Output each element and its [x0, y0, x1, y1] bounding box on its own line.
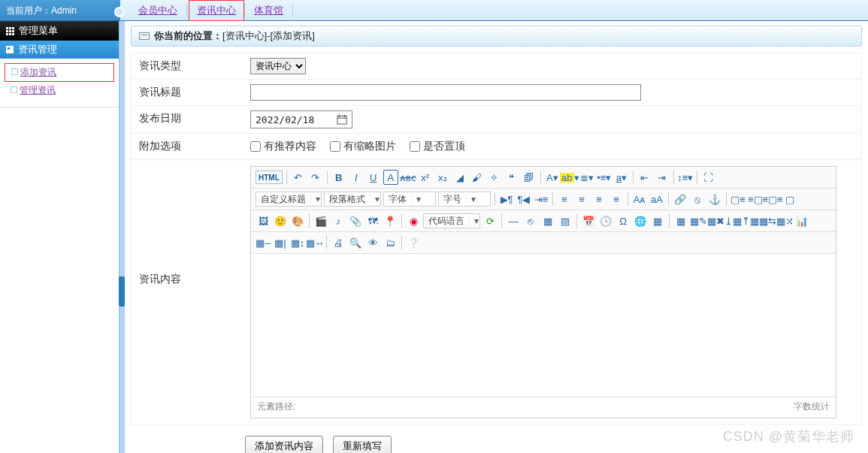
mergecells-icon[interactable]: ▦⇆ [760, 213, 775, 228]
image-center-icon[interactable]: ≡▢≡ [765, 192, 780, 207]
forecolor-icon[interactable]: A▾ [545, 170, 560, 185]
indent-icon[interactable]: ⇥≡ [534, 192, 549, 207]
deleterow-icon[interactable]: ▦– [256, 235, 271, 250]
select-info-type[interactable]: 资讯中心 [250, 58, 306, 74]
strikethrough-icon[interactable]: ᴀвᴄ [401, 170, 416, 185]
tolowercase-icon[interactable]: aA [649, 192, 664, 207]
redo-icon[interactable]: ↷ [308, 170, 323, 185]
eraser-icon[interactable]: ◢ [452, 170, 467, 185]
code-icon[interactable]: ⟳ [482, 213, 498, 228]
underline-icon[interactable]: U [366, 170, 381, 185]
splitter[interactable] [120, 21, 125, 453]
gmap-icon[interactable]: 📍 [383, 213, 398, 228]
sidebar-item-label[interactable]: 管理资讯 [20, 84, 56, 97]
superscript-icon[interactable]: x² [418, 170, 433, 185]
image-right-icon[interactable]: ≡▢ [748, 192, 763, 207]
combo-font-family[interactable]: 字体▾ [383, 192, 436, 207]
map-icon[interactable]: 🗺 [365, 213, 380, 228]
spechars-icon[interactable]: ▦ [650, 213, 665, 228]
combo-code-language[interactable]: 代码语言▾ [423, 213, 480, 228]
indent-right-icon[interactable]: ⇥ [655, 170, 670, 185]
hr-icon[interactable]: — [506, 213, 521, 228]
submit-button[interactable]: 添加资讯内容 [245, 436, 323, 453]
deletecol-icon[interactable]: ▦| [273, 235, 288, 250]
attachment-icon[interactable]: 📎 [348, 213, 363, 228]
subscript-icon[interactable]: x₂ [435, 170, 450, 185]
indent-left-icon[interactable]: ⇤ [637, 170, 652, 185]
deletetable-icon[interactable]: ▦✖ [708, 213, 723, 228]
sidebar-item-add-info[interactable]: 添加资讯 [5, 63, 114, 82]
lineheight-icon[interactable]: ↕≡▾ [678, 170, 693, 185]
format-brush-icon[interactable]: 🖌 [470, 170, 485, 185]
nav-gym[interactable]: 体育馆 [245, 1, 292, 20]
align-left-icon[interactable]: ≡ [557, 192, 572, 207]
insert-image-icon[interactable]: 🖼 [256, 213, 271, 228]
formula-icon[interactable]: Ω [615, 213, 631, 228]
help-icon[interactable]: ❔ [406, 235, 421, 250]
pasteplain-icon[interactable]: 🗐 [522, 170, 537, 185]
link-icon[interactable]: 🔗 [673, 192, 688, 207]
checkbox-thumbnail[interactable]: 有缩略图片 [330, 140, 396, 153]
tableprops-icon[interactable]: ▦✎ [691, 213, 706, 228]
sidebar-group[interactable]: 资讯管理 [0, 41, 119, 59]
background-icon[interactable]: ▨ [558, 213, 573, 228]
search-icon[interactable]: 👁 [365, 235, 380, 250]
combo-custom-title[interactable]: 自定义标题▾ [256, 192, 322, 207]
undo-icon[interactable]: ↶ [291, 170, 306, 185]
backcolor-icon[interactable]: ab▾ [562, 170, 577, 185]
ordered-list-icon[interactable]: ≣▾ [579, 170, 594, 185]
date-icon[interactable]: 📅 [581, 213, 596, 228]
inserttable-icon[interactable]: ▦ [673, 213, 688, 228]
baidu-icon[interactable]: ◉ [406, 213, 421, 228]
italic-icon[interactable]: I [349, 170, 364, 185]
sidebar-item-label[interactable]: 添加资讯 [20, 66, 56, 79]
image-none-icon[interactable]: ▢ [782, 192, 797, 207]
nav-member-center[interactable]: 会员中心 [129, 1, 186, 20]
splitter-handle-icon[interactable] [119, 276, 125, 307]
selectall-icon[interactable]: a▾ [614, 170, 629, 185]
checkbox-recommend[interactable]: 有推荐内容 [250, 140, 316, 153]
anchor-icon[interactable]: ⚓ [707, 192, 722, 207]
preview-icon[interactable]: 🔍 [348, 235, 363, 250]
insertrow-icon[interactable]: ⤓▦ [725, 213, 740, 228]
chart-icon[interactable]: 📊 [794, 213, 809, 228]
splitcells-icon[interactable]: ▦⤭ [777, 213, 792, 228]
align-justify-icon[interactable]: ≡ [609, 192, 624, 207]
template-icon[interactable]: ▦ [540, 213, 555, 228]
html-source-button[interactable]: HTML [256, 171, 283, 184]
music-icon[interactable]: ♪ [331, 213, 346, 228]
nav-info-center[interactable]: 资讯中心 [189, 0, 244, 21]
ltr-icon[interactable]: ▶¶ [499, 192, 514, 207]
editor-canvas[interactable] [251, 254, 836, 397]
webapp-icon[interactable]: 🌐 [633, 213, 648, 228]
combo-paragraph-format[interactable]: 段落格式▾ [324, 192, 381, 207]
checkbox-sticky[interactable]: 是否置顶 [410, 140, 465, 153]
video-icon[interactable]: 🎬 [313, 213, 328, 228]
touppercase-icon[interactable]: Aᴀ [632, 192, 647, 207]
bold-icon[interactable]: B [331, 170, 346, 185]
input-publish-date[interactable]: 2022/02/18 [250, 110, 352, 128]
word-count-label[interactable]: 字数统计 [794, 400, 830, 413]
splitrows-icon[interactable]: ▦↕ [290, 235, 305, 250]
insertcol-icon[interactable]: ⤒▦ [742, 213, 758, 228]
splitcols-icon[interactable]: ▦↔ [307, 235, 322, 250]
unordered-list-icon[interactable]: •≡▾ [597, 170, 612, 185]
clear-format-icon[interactable]: ✧ [487, 170, 502, 185]
print-icon[interactable]: 🖨 [331, 235, 346, 250]
align-right-icon[interactable]: ≡ [591, 192, 606, 207]
reset-button[interactable]: 重新填写 [333, 436, 392, 453]
emoji-icon[interactable]: 🙂 [273, 213, 288, 228]
input-info-title[interactable] [250, 84, 641, 101]
sidebar-item-manage-info[interactable]: 管理资讯 [5, 82, 114, 99]
blockquote-icon[interactable]: ❝ [504, 170, 519, 185]
unlink-icon[interactable]: ⦸ [690, 192, 705, 207]
pagebreak-icon[interactable]: ⎋ [523, 213, 538, 228]
fullscreen-icon[interactable]: ⛶ [701, 170, 716, 185]
drafts-icon[interactable]: 🗂 [383, 235, 398, 250]
scrawl-icon[interactable]: 🎨 [290, 213, 305, 228]
image-left-icon[interactable]: ▢≡ [730, 192, 746, 207]
combo-font-size[interactable]: 字号▾ [438, 192, 491, 207]
time-icon[interactable]: 🕓 [598, 213, 613, 228]
font-border-icon[interactable]: A [383, 170, 398, 185]
align-center-icon[interactable]: ≡ [574, 192, 589, 207]
